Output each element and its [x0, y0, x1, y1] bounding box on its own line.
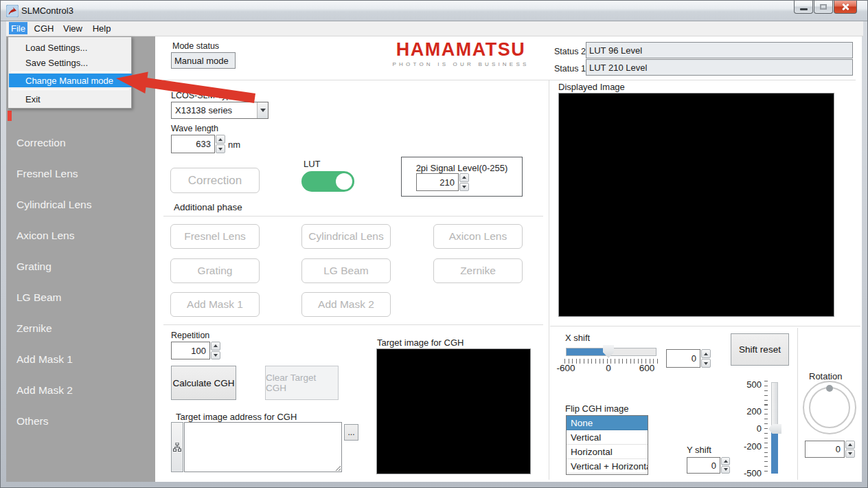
close-button[interactable]	[834, 1, 857, 14]
flip-option-vertical-horizontal[interactable]: Vertical + Horizontal	[567, 459, 648, 474]
spin-up-icon[interactable]	[721, 457, 730, 465]
target-image-canvas	[376, 348, 531, 474]
sidebar-item-add-mask-1[interactable]: Add Mask 1	[6, 353, 155, 384]
rotation-input[interactable]: 0	[805, 441, 845, 458]
y-shift-spinner	[721, 457, 730, 474]
y-shift-label: Y shift	[687, 445, 711, 455]
annotation-arrow-icon	[104, 66, 269, 114]
phase-lg-beam-button[interactable]: LG Beam	[301, 258, 391, 283]
menu-cgh[interactable]: CGH	[32, 22, 56, 34]
phase-cylindrical-lens-button[interactable]: Cylindrical Lens	[301, 224, 391, 249]
spin-down-icon[interactable]	[211, 351, 220, 360]
y-scale-200: 200	[737, 406, 762, 417]
rotation-knob-inner	[809, 387, 850, 428]
toggle-knob-icon	[336, 173, 352, 190]
phase-add-mask-1-button[interactable]: Add Mask 1	[170, 292, 260, 317]
status1-label: Status 1	[554, 64, 586, 74]
wavelength-unit: nm	[228, 140, 240, 150]
sidebar-item-correction[interactable]: Correction	[6, 136, 155, 167]
spin-down-icon[interactable]	[459, 183, 469, 192]
phase-divider	[163, 216, 543, 217]
y-shift-slider-fill[interactable]	[771, 432, 778, 474]
correction-button[interactable]: Correction	[170, 168, 260, 193]
phase-grating-button[interactable]: Grating	[170, 258, 260, 283]
spin-down-icon[interactable]	[721, 466, 730, 474]
spin-down-icon[interactable]	[701, 359, 711, 368]
menu-help[interactable]: Help	[90, 22, 113, 34]
target-image-label: Target image for CGH	[377, 337, 464, 348]
flip-option-horizontal[interactable]: Horizontal	[567, 445, 648, 459]
status1-box[interactable]: LUT 210 Level	[586, 59, 853, 76]
phase-fresnel-lens-button[interactable]: Fresnel Lens	[170, 224, 260, 249]
signal-level-label: 2pi Signal Level(0-255)	[402, 163, 522, 173]
status2-box[interactable]: LUT 96 Level	[586, 42, 853, 58]
maximize-button[interactable]	[814, 1, 833, 14]
repetition-input[interactable]: 100	[171, 342, 210, 359]
sidebar-item-axicon-lens[interactable]: Axicon Lens	[6, 229, 155, 260]
sidebar-item-fresnel-lens[interactable]: Fresnel Lens	[6, 167, 155, 198]
y-scale-0: 0	[737, 423, 762, 434]
lut-toggle[interactable]	[301, 171, 354, 192]
flip-cgh-label: Flip CGH image	[565, 403, 628, 414]
spin-up-icon[interactable]	[211, 342, 220, 351]
menu-view[interactable]: View	[61, 22, 84, 34]
sidebar-item-lg-beam[interactable]: LG Beam	[6, 291, 155, 322]
browse-button[interactable]: ...	[344, 424, 358, 441]
menu-item-load-settings[interactable]: Load Settings...	[9, 40, 132, 55]
displayed-image-label: Displayed Image	[558, 82, 625, 92]
wavelength-label: Wave length	[171, 124, 218, 133]
phase-axicon-lens-button[interactable]: Axicon Lens	[433, 224, 523, 249]
signal-level-input[interactable]: 210	[416, 173, 459, 191]
menu-bar: File CGH View Help	[6, 21, 863, 36]
spin-up-icon[interactable]	[701, 349, 711, 358]
wavelength-spinner	[216, 135, 225, 153]
sidebar-item-cylindrical-lens[interactable]: Cylindrical Lens	[6, 198, 155, 229]
minimize-button[interactable]	[794, 1, 813, 14]
rotation-knob-marker-icon	[826, 385, 833, 392]
y-shift-input[interactable]: 0	[687, 457, 720, 474]
rotation-spinner	[845, 441, 855, 458]
x-shift-input[interactable]: 0	[666, 349, 700, 368]
rotation-divider	[797, 328, 798, 480]
mode-status-label: Mode status	[172, 41, 219, 51]
y-scale-neg500: -500	[737, 468, 762, 478]
shift-reset-button[interactable]: Shift reset	[731, 333, 789, 366]
status2-label: Status 2	[554, 47, 586, 56]
red-indicator	[8, 111, 12, 121]
logo-title: HAMAMATSU	[378, 41, 543, 59]
y-shift-slider[interactable]	[771, 382, 778, 428]
spin-up-icon[interactable]	[216, 135, 225, 144]
clear-target-cgh-button: Clear Target CGH	[265, 366, 339, 400]
flip-cgh-listbox: None Vertical Horizontal Vertical + Hori…	[566, 415, 648, 475]
x-scale-max: 600	[632, 363, 662, 373]
title-bar[interactable]: SLMControl3	[1, 1, 867, 21]
lut-label: LUT	[304, 159, 321, 169]
spin-down-icon[interactable]	[845, 450, 855, 458]
displayed-image-canvas	[558, 93, 834, 317]
wavelength-input[interactable]: 633	[171, 135, 215, 153]
sidebar-item-grating[interactable]: Grating	[6, 260, 155, 291]
y-scale-neg200: -200	[737, 441, 762, 452]
sidebar-item-add-mask-2[interactable]: Add Mask 2	[6, 384, 155, 414]
hierarchy-icon	[173, 443, 181, 452]
sidebar-item-others[interactable]: Others	[6, 414, 155, 445]
target-address-label: Target image address for CGH	[176, 412, 297, 422]
menu-file[interactable]: File	[9, 22, 27, 34]
close-icon	[841, 3, 849, 11]
spin-up-icon[interactable]	[845, 441, 855, 449]
phase-add-mask-2-button[interactable]: Add Mask 2	[301, 292, 391, 317]
phase-zernike-button[interactable]: Zernike	[433, 258, 523, 283]
sidebar-list: Correction Fresnel Lens Cylindrical Lens…	[6, 136, 155, 445]
target-address-input[interactable]	[184, 422, 342, 472]
maximize-icon	[820, 4, 827, 10]
spin-down-icon[interactable]	[216, 144, 225, 153]
path-browse-tree-button[interactable]	[171, 422, 183, 472]
flip-option-vertical[interactable]: Vertical	[567, 430, 648, 445]
logo-subtitle: PHOTON IS OUR BUSINESS	[378, 61, 543, 67]
window-title: SLMControl3	[21, 5, 73, 16]
sidebar-item-zernike[interactable]: Zernike	[6, 322, 155, 353]
calculate-cgh-button[interactable]: Calculate CGH	[171, 366, 236, 400]
signal-level-spinner	[459, 173, 469, 191]
spin-up-icon[interactable]	[459, 173, 469, 182]
flip-option-none[interactable]: None	[567, 416, 648, 430]
